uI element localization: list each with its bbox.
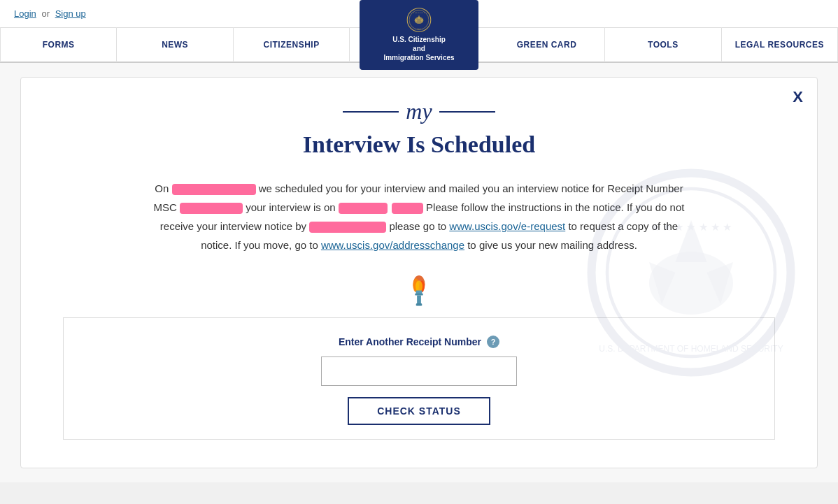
addresschange-link[interactable]: www.uscis.gov/addresschange	[321, 239, 464, 251]
nav-item-citizenship[interactable]: CITIZENSHIP	[234, 27, 350, 62]
body-middle2: your interview is on	[246, 201, 335, 213]
receipt-input[interactable]	[321, 357, 517, 386]
my-logo: my	[63, 99, 775, 124]
redacted-date3	[392, 203, 423, 214]
svg-rect-23	[416, 303, 422, 306]
top-bar: Login or Sign up ★ ★ ★ ★ ★ ★ ★ ★ ★ ★ ★ ★…	[0, 0, 838, 28]
redacted-receipt	[180, 203, 243, 214]
logo-line-left	[343, 111, 399, 113]
nav-item-legal-resources[interactable]: LEGAL RESOURCES	[722, 27, 838, 62]
body-middle4: please go to	[389, 220, 446, 232]
torch-icon-container	[63, 275, 775, 310]
or-separator: or	[41, 8, 50, 19]
close-button[interactable]: X	[793, 88, 803, 106]
nav-item-green-card[interactable]: GREEN CARD	[489, 27, 605, 62]
form-label-text: Enter Another Receipt Number	[339, 336, 481, 347]
login-link[interactable]: Login	[14, 8, 36, 19]
body-suffix: to give us your new mailing address.	[467, 239, 637, 251]
main-content: ★ ★ ★ ★ ★ ★ ★ U.S. DEPARTMENT OF HOMELAN…	[0, 63, 838, 482]
body-prefix: On	[155, 182, 169, 194]
modal-title: Interview Is Scheduled	[63, 131, 775, 158]
form-label: Enter Another Receipt Number ?	[78, 336, 760, 348]
nav-item-news[interactable]: NEWS	[117, 27, 233, 62]
torch-icon	[402, 275, 436, 310]
modal-body: On we scheduled you for your interview a…	[153, 179, 685, 254]
redacted-date2	[339, 203, 388, 214]
help-icon[interactable]: ?	[487, 336, 499, 348]
my-script: my	[406, 99, 432, 124]
redacted-date1	[172, 184, 256, 195]
svg-rect-21	[415, 294, 422, 296]
redacted-date4	[309, 222, 386, 233]
nav-item-tools[interactable]: TOOLS	[605, 27, 721, 62]
nav-item-forms[interactable]: FORMS	[0, 27, 117, 62]
site-logo: ★ ★ ★ ★ ★ ★ ★ ★ ★ ★ ★ ★ U.S. Citizenship…	[360, 0, 478, 70]
logo-line-right	[439, 111, 495, 113]
check-status-button[interactable]: CHECK STATUS	[348, 397, 490, 425]
erequest-link[interactable]: www.uscis.gov/e-request	[449, 220, 565, 232]
form-box: Enter Another Receipt Number ? CHECK STA…	[63, 317, 775, 440]
modal-card: ★ ★ ★ ★ ★ ★ ★ U.S. DEPARTMENT OF HOMELAN…	[20, 77, 818, 468]
signup-link[interactable]: Sign up	[55, 8, 86, 19]
logo-text: U.S. Citizenship and Immigration Service…	[383, 35, 454, 62]
auth-links: Login or Sign up	[14, 8, 86, 19]
